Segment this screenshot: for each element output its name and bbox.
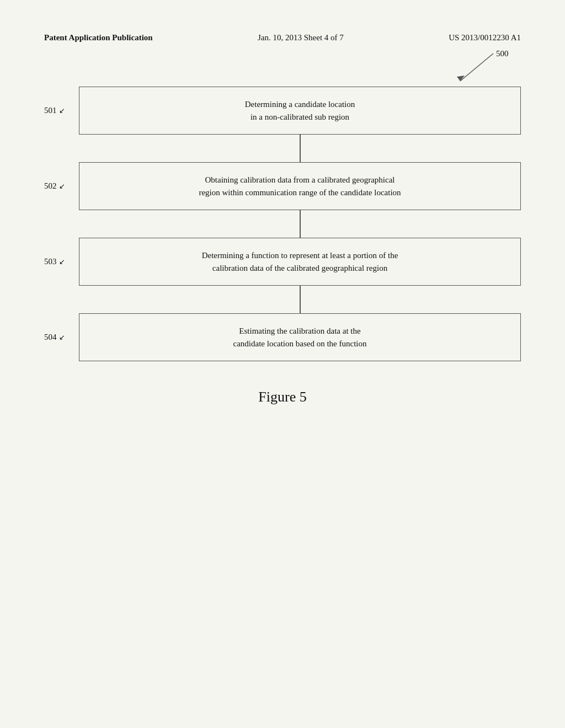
step-501-box: Determining a candidate location in a no… — [79, 87, 521, 135]
step-504-label: 504 ↙ — [44, 333, 74, 342]
step-502-row: 502 ↙ Obtaining calibration data from a … — [44, 162, 521, 210]
ref-500-arrow-svg: 500 — [449, 48, 515, 87]
curve-indicator-501: ↙ — [59, 106, 65, 115]
step-501-label: 501 ↙ — [44, 106, 74, 115]
step-503-text: Determining a function to represent at l… — [202, 249, 398, 274]
connector-line-502-503 — [300, 210, 301, 238]
step-502-text: Obtaining calibration data from a calibr… — [199, 174, 401, 199]
step-502-label: 502 ↙ — [44, 181, 74, 191]
step-503-label: 503 ↙ — [44, 257, 74, 266]
connector-503-504 — [79, 286, 556, 313]
step-504-box: Estimating the calibration data at the c… — [79, 313, 521, 361]
page: Patent Application Publication Jan. 10, … — [0, 0, 565, 728]
step-503-row: 503 ↙ Determining a function to represen… — [44, 238, 521, 286]
curve-indicator-503: ↙ — [59, 258, 65, 266]
step-502-box: Obtaining calibration data from a calibr… — [79, 162, 521, 210]
svg-text:500: 500 — [496, 49, 509, 58]
curve-indicator-504: ↙ — [59, 333, 65, 342]
figure-caption: Figure 5 — [44, 389, 521, 405]
svg-line-0 — [460, 53, 493, 81]
step-501-text: Determining a candidate location in a no… — [245, 98, 355, 123]
step-504-row: 504 ↙ Estimating the calibration data at… — [44, 313, 521, 361]
connector-502-503 — [79, 210, 556, 238]
connector-line-503-504 — [300, 286, 301, 313]
header: Patent Application Publication Jan. 10, … — [44, 33, 521, 42]
connector-line-501-502 — [300, 135, 301, 162]
publication-date-sheet: Jan. 10, 2013 Sheet 4 of 7 — [258, 33, 344, 42]
publication-label: Patent Application Publication — [44, 33, 153, 42]
diagram-area: 500 501 ↙ Determining a candidate locati… — [44, 87, 521, 405]
connector-501-502 — [79, 135, 556, 162]
ref-500-container: 500 — [449, 48, 515, 89]
step-503-box: Determining a function to represent at l… — [79, 238, 521, 286]
curve-indicator-502: ↙ — [59, 182, 65, 191]
publication-number: US 2013/0012230 A1 — [449, 33, 521, 42]
step-504-text: Estimating the calibration data at the c… — [233, 325, 367, 350]
flow-container: 501 ↙ Determining a candidate location i… — [44, 87, 521, 361]
step-501-row: 501 ↙ Determining a candidate location i… — [44, 87, 521, 135]
